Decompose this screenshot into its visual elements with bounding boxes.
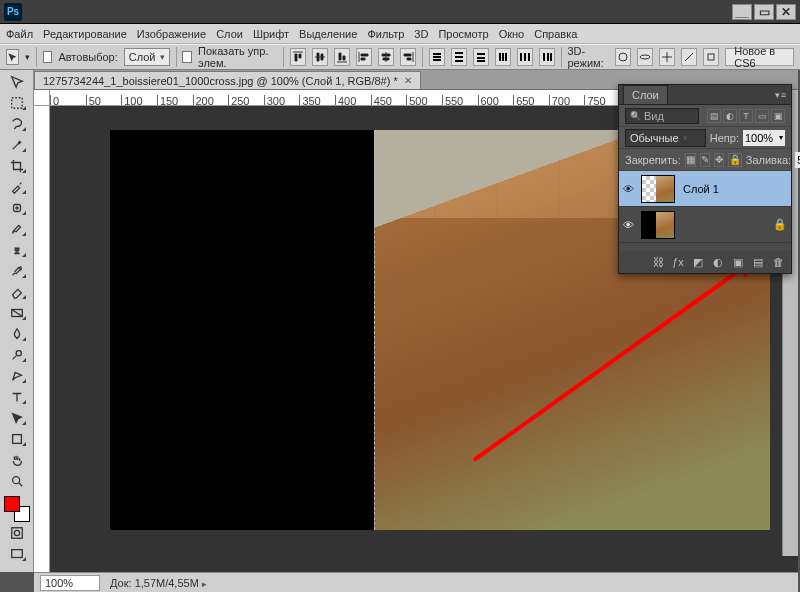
layers-panel-tab[interactable]: Слои xyxy=(623,85,668,104)
3d-roll-icon[interactable] xyxy=(637,48,653,66)
filter-pixel-icon[interactable]: ▤ xyxy=(707,109,721,123)
show-transform-controls-checkbox[interactable] xyxy=(182,51,192,63)
layer-thumbnail[interactable] xyxy=(641,211,675,239)
ruler-origin[interactable] xyxy=(34,90,50,106)
3d-slide-icon[interactable] xyxy=(681,48,697,66)
opacity-input[interactable]: 100% xyxy=(743,130,785,146)
lasso-tool-icon[interactable] xyxy=(5,114,29,134)
eyedropper-tool-icon[interactable] xyxy=(5,177,29,197)
svg-point-19 xyxy=(640,55,650,59)
distribute-right-icon[interactable] xyxy=(539,48,555,66)
layer-visibility-icon[interactable]: 👁 xyxy=(623,183,637,195)
blend-mode-dropdown[interactable]: Обычные xyxy=(625,129,706,147)
zoom-level-input[interactable]: 100% xyxy=(40,575,100,591)
3d-pan-icon[interactable] xyxy=(659,48,675,66)
menu-select[interactable]: Выделение xyxy=(299,28,357,40)
heal-tool-icon[interactable] xyxy=(5,198,29,218)
menu-layers[interactable]: Слои xyxy=(216,28,243,40)
distribute-top-icon[interactable] xyxy=(429,48,445,66)
filter-shape-icon[interactable]: ▭ xyxy=(755,109,769,123)
filter-adjust-icon[interactable]: ◐ xyxy=(723,109,737,123)
3d-rotate-icon[interactable] xyxy=(615,48,631,66)
panel-menu-icon[interactable]: ▾≡ xyxy=(775,90,787,100)
lock-all-icon[interactable]: 🔒 xyxy=(728,153,742,167)
lock-position-icon[interactable]: ✥ xyxy=(714,153,724,167)
dodge-tool-icon[interactable] xyxy=(5,345,29,365)
auto-select-checkbox[interactable] xyxy=(43,51,53,63)
new-layer-icon[interactable]: ▤ xyxy=(751,255,765,269)
lock-pixels-icon[interactable]: ✎ xyxy=(700,153,710,167)
doc-info[interactable]: Док: 1,57M/4,55M xyxy=(110,577,207,589)
color-swatches[interactable] xyxy=(4,496,30,522)
layer-mask-icon[interactable]: ◩ xyxy=(691,255,705,269)
align-vcenter-icon[interactable] xyxy=(312,48,328,66)
blur-tool-icon[interactable] xyxy=(5,324,29,344)
3d-scale-icon[interactable] xyxy=(703,48,719,66)
gradient-tool-icon[interactable] xyxy=(5,303,29,323)
align-bottom-icon[interactable] xyxy=(334,48,350,66)
marquee-tool-icon[interactable] xyxy=(5,93,29,113)
history-brush-tool-icon[interactable] xyxy=(5,261,29,281)
distribute-bottom-icon[interactable] xyxy=(473,48,489,66)
wand-tool-icon[interactable] xyxy=(5,135,29,155)
window-maximize-button[interactable]: ▭ xyxy=(754,4,774,20)
hand-tool-icon[interactable] xyxy=(5,450,29,470)
distribute-vcenter-icon[interactable] xyxy=(451,48,467,66)
svg-rect-17 xyxy=(550,53,552,61)
layer-fx-icon[interactable]: ƒx xyxy=(671,255,685,269)
fill-input[interactable]: 50% xyxy=(795,152,800,168)
filter-smart-icon[interactable]: ▣ xyxy=(771,109,785,123)
layer-thumbnail[interactable] xyxy=(641,175,675,203)
canvas-guide-line[interactable] xyxy=(374,130,376,530)
layer-name[interactable]: Слой 1 xyxy=(683,183,719,195)
whats-new-button[interactable]: Новое в CS6 xyxy=(725,48,794,66)
path-select-tool-icon[interactable] xyxy=(5,408,29,428)
distribute-left-icon[interactable] xyxy=(495,48,511,66)
delete-layer-icon[interactable]: 🗑 xyxy=(771,255,785,269)
svg-rect-11 xyxy=(505,53,507,61)
lock-transparent-icon[interactable]: ▦ xyxy=(685,153,696,167)
layer-row[interactable]: 👁 🔒 xyxy=(619,207,791,243)
zoom-tool-icon[interactable] xyxy=(5,471,29,491)
menu-view[interactable]: Просмотр xyxy=(438,28,488,40)
distribute-hcenter-icon[interactable] xyxy=(517,48,533,66)
menu-help[interactable]: Справка xyxy=(534,28,577,40)
align-hcenter-icon[interactable] xyxy=(378,48,394,66)
window-close-button[interactable]: ✕ xyxy=(776,4,796,20)
menu-file[interactable]: Файл xyxy=(6,28,33,40)
menu-type[interactable]: Шрифт xyxy=(253,28,289,40)
window-minimize-button[interactable]: __ xyxy=(732,4,752,20)
menu-image[interactable]: Изображение xyxy=(137,28,206,40)
quickmask-icon[interactable] xyxy=(5,523,29,543)
shape-tool-icon[interactable] xyxy=(5,429,29,449)
stamp-tool-icon[interactable] xyxy=(5,240,29,260)
align-top-icon[interactable] xyxy=(290,48,306,66)
svg-rect-16 xyxy=(547,53,549,61)
screenmode-icon[interactable] xyxy=(5,544,29,564)
link-layers-icon[interactable]: ⛓ xyxy=(651,255,665,269)
type-tool-icon[interactable] xyxy=(5,387,29,407)
document-tab-title: 1275734244_1_boissiere01_1000cross.jpg @… xyxy=(43,75,398,87)
layer-group-icon[interactable]: ▣ xyxy=(731,255,745,269)
foreground-swatch[interactable] xyxy=(4,496,20,512)
brush-tool-icon[interactable] xyxy=(5,219,29,239)
layer-filter-kind-dropdown[interactable]: Вид xyxy=(625,108,699,124)
menu-edit[interactable]: Редактирование xyxy=(43,28,127,40)
menu-filter[interactable]: Фильтр xyxy=(367,28,404,40)
document-tab[interactable]: 1275734244_1_boissiere01_1000cross.jpg @… xyxy=(34,71,421,89)
adjustment-layer-icon[interactable]: ◐ xyxy=(711,255,725,269)
pen-tool-icon[interactable] xyxy=(5,366,29,386)
menu-window[interactable]: Окно xyxy=(499,28,525,40)
layer-row[interactable]: 👁 Слой 1 xyxy=(619,171,791,207)
layer-visibility-icon[interactable]: 👁 xyxy=(623,219,637,231)
move-tool-icon[interactable] xyxy=(5,72,29,92)
filter-type-icon[interactable]: T xyxy=(739,109,753,123)
auto-select-target-dropdown[interactable]: Слой xyxy=(124,48,170,66)
align-left-icon[interactable] xyxy=(356,48,372,66)
align-right-icon[interactable] xyxy=(400,48,416,66)
crop-tool-icon[interactable] xyxy=(5,156,29,176)
ruler-vertical[interactable] xyxy=(34,106,50,572)
menu-3d[interactable]: 3D xyxy=(414,28,428,40)
document-tab-close-icon[interactable]: ✕ xyxy=(404,75,412,86)
eraser-tool-icon[interactable] xyxy=(5,282,29,302)
